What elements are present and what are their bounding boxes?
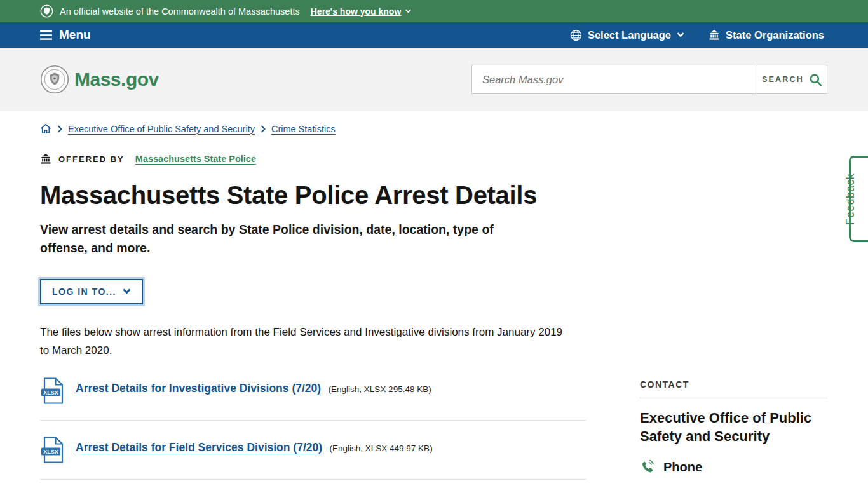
contact-card: CONTACT Executive Office of Public Safet…	[640, 379, 828, 488]
hamburger-icon	[40, 30, 52, 40]
massgov-logo-text: Mass.gov	[74, 69, 159, 90]
contact-phone-row: Phone	[640, 459, 828, 475]
chevron-down-icon	[123, 288, 131, 294]
menu-button[interactable]: Menu	[40, 28, 91, 42]
breadcrumb-separator-icon	[57, 125, 62, 133]
state-organizations-label: State Organizations	[726, 29, 824, 41]
select-language-button[interactable]: Select Language	[570, 29, 684, 41]
select-language-label: Select Language	[588, 29, 671, 41]
massgov-logo[interactable]: Mass.gov	[40, 65, 159, 94]
official-banner: An official website of the Commonwealth …	[0, 0, 868, 22]
massgov-seal-icon	[40, 65, 69, 94]
official-banner-text: An official website of the Commonwealth …	[60, 6, 300, 17]
chevron-down-icon	[405, 9, 412, 13]
feedback-tab[interactable]: Feedback	[849, 156, 868, 242]
file-link-investigative[interactable]: Arrest Details for Investigative Divisio…	[76, 382, 321, 395]
menu-label: Menu	[59, 28, 91, 42]
file-row: XLSX Arrest Details for Field Services D…	[40, 436, 586, 480]
offered-by-row: OFFERED BY Massachusetts State Police	[40, 154, 868, 164]
phone-icon	[640, 459, 655, 475]
search-button-label: SEARCH	[762, 75, 804, 84]
file-meta: (English, XLSX 449.97 KB)	[330, 444, 433, 453]
xlsx-file-icon: XLSX	[40, 377, 64, 407]
file-download-list: XLSX Arrest Details for Investigative Di…	[40, 377, 586, 480]
heres-how-you-know-link[interactable]: Here's how you know	[311, 6, 412, 17]
file-link-field-services[interactable]: Arrest Details for Field Services Divisi…	[76, 441, 322, 454]
contact-label: CONTACT	[640, 379, 828, 398]
state-organizations-button[interactable]: State Organizations	[709, 29, 824, 41]
chevron-down-icon	[677, 32, 684, 37]
contact-org-name: Executive Office of Public Safety and Se…	[640, 409, 828, 445]
search-form: SEARCH	[471, 65, 827, 94]
breadcrumb-link-eopss[interactable]: Executive Office of Public Safety and Se…	[68, 124, 255, 134]
xlsx-file-icon: XLSX	[40, 437, 64, 466]
contact-phone-heading: Phone	[663, 460, 702, 475]
file-meta: (English, XLSX 295.48 KB)	[329, 384, 431, 394]
svg-text:XLSX: XLSX	[43, 390, 58, 396]
page-title: Massachusetts State Police Arrest Detail…	[40, 181, 868, 210]
log-in-to-button[interactable]: LOG IN TO...	[40, 279, 143, 304]
svg-text:XLSX: XLSX	[43, 449, 58, 455]
log-in-to-label: LOG IN TO...	[52, 287, 116, 297]
state-seal-icon	[40, 4, 53, 18]
main-nav: Menu Select Language State Organizations	[0, 22, 868, 48]
file-row: XLSX Arrest Details for Investigative Di…	[40, 377, 586, 421]
globe-icon	[570, 29, 582, 41]
capitol-building-icon	[709, 30, 720, 40]
breadcrumb: Executive Office of Public Safety and Se…	[40, 111, 868, 134]
breadcrumb-separator-icon	[261, 125, 266, 133]
offered-by-agency-link[interactable]: Massachusetts State Police	[135, 154, 256, 164]
intro-paragraph: The files below show arrest information …	[40, 323, 567, 360]
site-header: Mass.gov SEARCH	[0, 48, 868, 111]
page-subtitle: View arrest details and search by State …	[40, 220, 529, 258]
offered-by-label: OFFERED BY	[58, 154, 125, 164]
feedback-label: Feedback	[844, 171, 857, 227]
home-icon[interactable]	[40, 123, 51, 134]
search-input[interactable]	[471, 65, 757, 94]
breadcrumb-link-crime-statistics[interactable]: Crime Statistics	[271, 124, 336, 134]
search-icon	[809, 73, 822, 86]
capitol-building-icon	[40, 154, 51, 164]
search-button[interactable]: SEARCH	[757, 65, 827, 94]
